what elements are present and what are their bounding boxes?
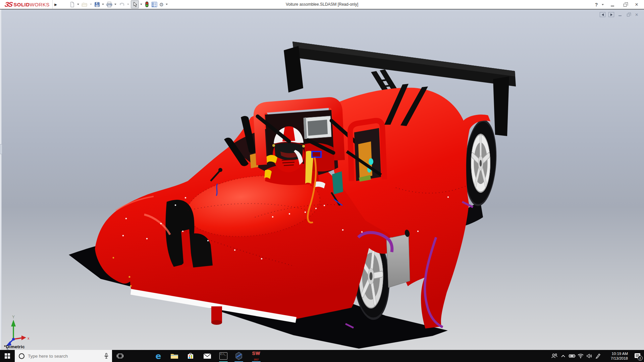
print-button[interactable] bbox=[106, 0, 113, 8]
command-prompt-button[interactable]: C:\_ bbox=[216, 350, 231, 362]
solidworks-2017-icon: SW 2017 bbox=[252, 351, 261, 361]
notification-count-badge: 2 bbox=[638, 356, 643, 361]
save-floppy-icon bbox=[94, 2, 100, 7]
file-explorer-icon bbox=[170, 353, 178, 359]
speaker-icon bbox=[587, 354, 592, 358]
people-button[interactable] bbox=[550, 350, 559, 362]
tray-overflow-button[interactable] bbox=[559, 350, 568, 362]
rebuild-button[interactable] bbox=[144, 0, 150, 8]
windows-taskbar: e C:\_ bbox=[0, 350, 644, 362]
chevron-up-icon bbox=[561, 355, 565, 357]
feature-tree-collapsed-strip[interactable] bbox=[0, 9, 2, 350]
open-dropdown[interactable] bbox=[90, 4, 92, 5]
minimize-button[interactable] bbox=[608, 1, 617, 8]
taskbar-search[interactable] bbox=[15, 350, 112, 362]
view-orientation-label: *Dimetric bbox=[4, 344, 25, 349]
help-button[interactable]: ? bbox=[592, 1, 601, 8]
clock-date: 7/13/2018 bbox=[611, 356, 628, 360]
triad-y-label: Y bbox=[12, 315, 15, 319]
undo-button[interactable] bbox=[118, 0, 126, 8]
action-center-button[interactable]: 2 bbox=[631, 350, 644, 362]
undo-arrow-icon bbox=[119, 2, 125, 7]
viewer-3d-hexagon-icon bbox=[235, 352, 243, 360]
people-icon bbox=[551, 353, 557, 359]
windows-logo-icon bbox=[5, 353, 10, 359]
task-view-icon bbox=[117, 353, 123, 359]
solidworks-logo-text-bold: SOLID bbox=[13, 2, 30, 7]
save-button[interactable] bbox=[94, 0, 101, 8]
previous-document-button[interactable] bbox=[600, 12, 605, 17]
start-button[interactable] bbox=[0, 350, 15, 362]
open-button[interactable] bbox=[81, 0, 89, 8]
battery-button[interactable] bbox=[568, 350, 576, 362]
select-button[interactable] bbox=[131, 0, 139, 8]
select-cursor-icon bbox=[132, 1, 138, 7]
solidworks-logo-text-light: WORKS bbox=[30, 2, 50, 7]
mail-icon bbox=[203, 353, 211, 359]
microphone-icon[interactable] bbox=[104, 353, 109, 359]
file-explorer-button[interactable] bbox=[167, 350, 182, 362]
feature-tree-expand-handle[interactable] bbox=[0, 144, 2, 154]
select-dropdown[interactable] bbox=[140, 4, 142, 5]
undo-dropdown[interactable] bbox=[127, 4, 129, 5]
new-document-button[interactable] bbox=[69, 0, 76, 8]
front-tow-peg bbox=[211, 306, 222, 325]
volume-button[interactable] bbox=[585, 350, 594, 362]
taskbar-clock[interactable]: 10:19 AM 7/13/2018 bbox=[604, 351, 628, 361]
minimize-icon bbox=[619, 15, 622, 16]
solidworks-logo: ЗS SOLIDWORKS bbox=[0, 0, 52, 9]
document-minimize-button[interactable] bbox=[617, 12, 623, 17]
mirror-housing bbox=[304, 116, 331, 139]
next-document-button[interactable] bbox=[608, 12, 614, 17]
pen-button[interactable] bbox=[594, 350, 602, 362]
rocker-panel bbox=[386, 229, 410, 288]
arrow-right-icon bbox=[610, 13, 612, 16]
open-folder-icon bbox=[82, 2, 88, 7]
blue-bracket bbox=[312, 152, 321, 157]
system-tray: 10:19 AM 7/13/2018 2 bbox=[550, 350, 644, 362]
graphics-area[interactable]: Y x Z ✕ *Dimetric bbox=[0, 9, 644, 350]
document-window-controls: ✕ bbox=[600, 12, 639, 17]
titlebar: ЗS SOLIDWORKS ▶ bbox=[0, 0, 644, 9]
cortana-icon bbox=[19, 353, 24, 359]
battery-charging-icon bbox=[568, 354, 576, 358]
task-view-button[interactable] bbox=[113, 350, 127, 362]
save-dropdown[interactable] bbox=[102, 4, 104, 5]
clock-time: 10:19 AM bbox=[611, 352, 628, 356]
model-canvas[interactable]: Y x Z bbox=[0, 9, 644, 350]
windows-ink-pen-icon bbox=[595, 353, 601, 359]
view-settings-icon bbox=[151, 2, 157, 7]
edge-icon: e bbox=[156, 352, 161, 360]
solidworks-logo-mark: ЗS bbox=[4, 1, 12, 8]
wifi-icon bbox=[578, 354, 584, 358]
restore-button[interactable] bbox=[620, 1, 629, 8]
teal-panel bbox=[332, 171, 343, 194]
help-dropdown[interactable] bbox=[602, 4, 604, 5]
document-restore-button[interactable] bbox=[626, 12, 631, 17]
menu-flyout-arrow-icon[interactable]: ▶ bbox=[52, 0, 59, 9]
arrow-left-icon bbox=[602, 13, 604, 16]
wifi-button[interactable] bbox=[576, 350, 585, 362]
restore-icon bbox=[627, 14, 630, 16]
options-button[interactable]: ⚙ bbox=[159, 0, 164, 8]
close-button[interactable]: ✕ bbox=[632, 1, 641, 8]
document-close-button[interactable]: ✕ bbox=[634, 12, 639, 17]
microsoft-store-button[interactable] bbox=[183, 350, 198, 362]
search-input[interactable] bbox=[28, 354, 104, 359]
options-dropdown[interactable] bbox=[166, 4, 168, 5]
gear-icon: ⚙ bbox=[159, 2, 164, 7]
new-document-icon bbox=[69, 2, 75, 7]
traffic-light-icon bbox=[145, 1, 149, 7]
command-prompt-icon: C:\_ bbox=[219, 352, 227, 360]
mail-button[interactable] bbox=[200, 350, 215, 362]
window-controls: ? ✕ bbox=[592, 0, 641, 9]
minimize-icon bbox=[611, 6, 614, 6]
solidworks-taskbar-button[interactable]: SW 2017 bbox=[249, 350, 264, 362]
viewer-3d-button[interactable] bbox=[231, 350, 246, 362]
print-icon bbox=[106, 2, 112, 7]
solidworks-app: ЗS SOLIDWORKS ▶ bbox=[0, 0, 644, 362]
new-document-dropdown[interactable] bbox=[77, 4, 79, 5]
view-settings-button[interactable] bbox=[151, 0, 158, 8]
edge-browser-button[interactable]: e bbox=[151, 350, 166, 362]
print-dropdown[interactable] bbox=[114, 4, 116, 5]
